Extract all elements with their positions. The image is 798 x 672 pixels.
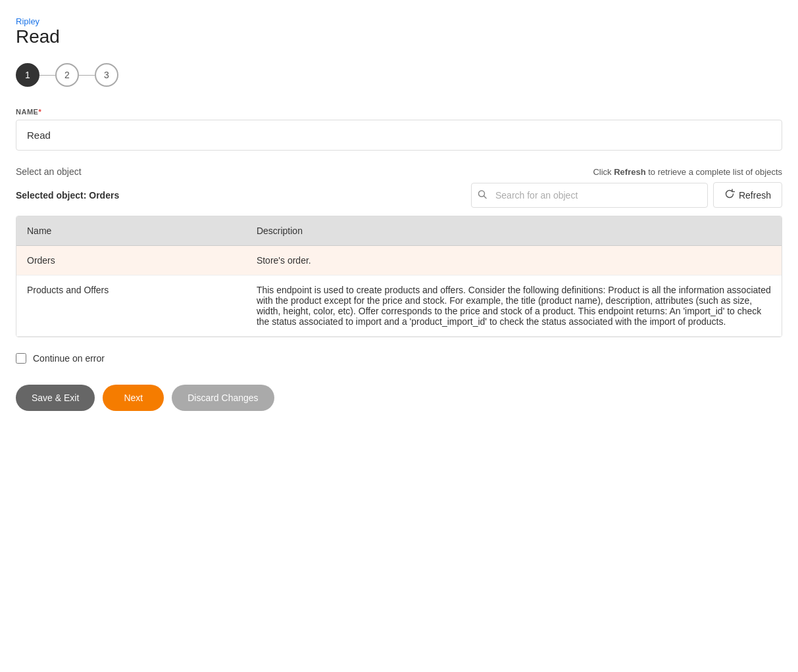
table-row[interactable]: Orders Store's order.: [16, 246, 782, 276]
step-1[interactable]: 1: [16, 63, 39, 87]
step-2[interactable]: 2: [55, 63, 79, 87]
selected-object-label: Selected object: Orders: [16, 190, 119, 201]
name-input[interactable]: [16, 120, 782, 151]
step-connector-2: [79, 75, 95, 76]
refresh-label: Refresh: [739, 190, 771, 201]
step-3[interactable]: 3: [95, 63, 118, 87]
steps-row: 1 2 3: [16, 63, 782, 87]
table-cell-name: Products and Offers: [16, 276, 246, 337]
breadcrumb[interactable]: Ripley: [16, 16, 39, 26]
step-connector-1: [39, 75, 55, 76]
page-container: Ripley Read 1 2 3 NAME* Select an object…: [0, 0, 798, 672]
page-title: Read: [16, 26, 782, 47]
name-label: NAME*: [16, 108, 782, 116]
search-input[interactable]: [471, 183, 708, 208]
col-name: Name: [16, 216, 246, 246]
name-field-section: NAME*: [16, 108, 782, 151]
table-cell-description: Store's order.: [246, 246, 782, 276]
search-icon: [478, 189, 487, 201]
refresh-icon: [724, 189, 735, 201]
buttons-row: Save & Exit Next Discard Changes: [16, 385, 782, 411]
continue-on-error-row: Continue on error: [16, 353, 782, 364]
object-section: Select an object Click Refresh to retrie…: [16, 166, 782, 337]
svg-line-1: [484, 196, 486, 199]
discard-changes-button[interactable]: Discard Changes: [172, 385, 274, 411]
refresh-hint: Click Refresh to retrieve a complete lis…: [593, 167, 782, 177]
object-section-label: Select an object: [16, 166, 82, 177]
object-header-row: Select an object Click Refresh to retrie…: [16, 166, 782, 177]
table-header-row: Name Description: [16, 216, 782, 246]
refresh-button[interactable]: Refresh: [713, 182, 782, 208]
continue-on-error-label[interactable]: Continue on error: [33, 353, 105, 364]
save-exit-button[interactable]: Save & Exit: [16, 385, 95, 411]
objects-table: Name Description Orders Store's order. P…: [16, 216, 782, 337]
col-description: Description: [246, 216, 782, 246]
continue-on-error-checkbox[interactable]: [16, 353, 26, 364]
next-button[interactable]: Next: [103, 385, 164, 411]
objects-table-container: Name Description Orders Store's order. P…: [16, 216, 782, 337]
table-scroll[interactable]: Name Description Orders Store's order. P…: [16, 216, 782, 337]
table-cell-name: Orders: [16, 246, 246, 276]
search-refresh-row: Refresh: [471, 182, 782, 208]
table-cell-description: This endpoint is used to create products…: [246, 276, 782, 337]
search-box: [471, 183, 708, 208]
object-controls-row: Selected object: Orders: [16, 182, 782, 208]
table-row[interactable]: Products and Offers This endpoint is use…: [16, 276, 782, 337]
